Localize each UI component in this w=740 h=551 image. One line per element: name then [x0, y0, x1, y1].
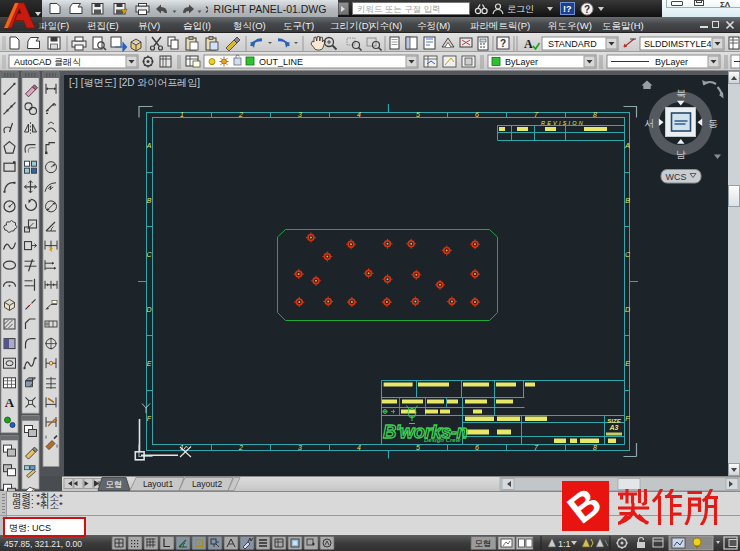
svg-text:D: D	[625, 306, 630, 313]
svg-text:Layout2: Layout2	[192, 479, 223, 489]
svg-text:모형: 모형	[106, 479, 123, 489]
svg-text:C: C	[625, 251, 631, 258]
svg-text:B: B	[147, 197, 152, 204]
svg-text:7: 7	[534, 444, 539, 451]
svg-text:남: 남	[676, 149, 686, 160]
svg-text:4: 4	[357, 444, 361, 451]
svg-text:북: 북	[676, 88, 686, 99]
svg-text:REVISION: REVISION	[541, 120, 585, 126]
svg-text:OUT_LINE: OUT_LINE	[259, 57, 303, 67]
svg-text:서: 서	[644, 118, 654, 129]
svg-text:F: F	[625, 415, 630, 422]
svg-text:B: B	[625, 197, 630, 204]
svg-text:3: 3	[298, 111, 302, 118]
svg-text:5: 5	[416, 111, 420, 118]
svg-text:A: A	[146, 142, 152, 149]
svg-text:8: 8	[593, 444, 597, 451]
svg-text:?: ?	[500, 38, 506, 49]
svg-text:ByLayer: ByLayer	[505, 57, 538, 67]
svg-text:6: 6	[475, 444, 479, 451]
svg-text:Design Crew: Design Crew	[424, 437, 461, 443]
svg-text:1: 1	[180, 111, 184, 118]
svg-text:A: A	[524, 37, 533, 51]
svg-text:1:1: 1:1	[558, 539, 571, 549]
svg-text:동: 동	[708, 118, 718, 129]
svg-text:8: 8	[593, 111, 597, 118]
svg-text:F: F	[147, 415, 152, 422]
svg-text:A: A	[5, 395, 15, 410]
svg-text:B: B	[562, 481, 609, 531]
svg-text:WCS: WCS	[666, 172, 687, 182]
svg-text:D: D	[146, 306, 151, 313]
svg-text:E: E	[625, 360, 630, 367]
svg-text:5: 5	[416, 444, 420, 451]
svg-text:2: 2	[238, 111, 243, 118]
svg-text:6: 6	[475, 111, 479, 118]
svg-text:A3: A3	[609, 424, 619, 431]
svg-text:STANDARD: STANDARD	[548, 39, 597, 49]
svg-text:?: ?	[584, 4, 590, 15]
svg-text:4: 4	[357, 111, 361, 118]
svg-text:ByLayer: ByLayer	[655, 57, 688, 67]
svg-text:2: 2	[238, 444, 243, 451]
svg-text:AutoCAD 클래식: AutoCAD 클래식	[14, 57, 81, 67]
svg-text:[-] [평면도] [2D 와이어프레임]: [-] [평면도] [2D 와이어프레임]	[69, 77, 200, 88]
svg-text:C: C	[146, 251, 152, 258]
svg-text:SLDDIMSTYLE4: SLDDIMSTYLE4	[644, 39, 712, 49]
svg-text:3: 3	[298, 444, 302, 451]
svg-text:Layout1: Layout1	[143, 479, 174, 489]
svg-text:A: A	[624, 142, 630, 149]
svg-text:E: E	[147, 360, 152, 367]
svg-text:모형: 모형	[475, 538, 492, 548]
